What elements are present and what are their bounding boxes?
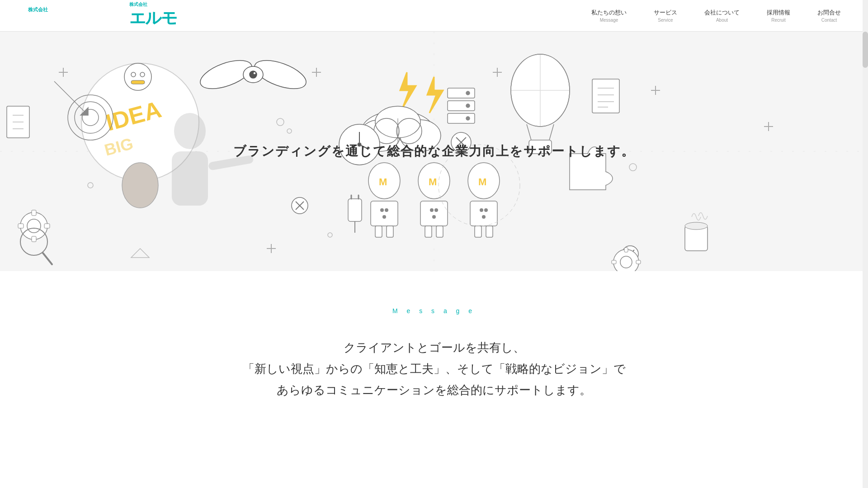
svg-rect-76 <box>18 224 24 228</box>
svg-rect-75 <box>44 224 50 228</box>
svg-point-78 <box>620 256 632 268</box>
nav-service[interactable]: サービス Service <box>654 9 677 23</box>
svg-point-9 <box>124 63 151 90</box>
svg-text:M: M <box>429 176 437 188</box>
svg-rect-50 <box>420 201 448 226</box>
nav-service-jp: サービス <box>654 9 677 17</box>
nav-recruit[interactable]: 採用情報 Recruit <box>767 9 790 23</box>
logo[interactable]: 株式会社 株式会社 エルモ <box>27 1 202 30</box>
nav-recruit-en: Recruit <box>771 18 786 23</box>
svg-rect-81 <box>636 260 641 264</box>
nav-service-en: Service <box>658 18 673 23</box>
hero-background: IDEA BIG <box>0 32 868 271</box>
svg-rect-42 <box>371 201 398 226</box>
nav-about-jp: 会社について <box>704 9 740 17</box>
svg-point-11 <box>140 72 145 77</box>
svg-point-53 <box>430 208 434 212</box>
svg-point-55 <box>432 215 436 219</box>
svg-point-106 <box>466 91 470 95</box>
svg-rect-82 <box>612 260 616 264</box>
svg-rect-60 <box>486 226 493 237</box>
svg-point-8 <box>122 163 158 208</box>
svg-point-17 <box>253 72 256 75</box>
message-section: M e s s a g e クライアントとゴールを共有し、 「新しい視点」からの… <box>0 271 868 427</box>
nav-recruit-jp: 採用情報 <box>767 9 790 17</box>
nav-contact-en: Contact <box>821 18 837 23</box>
svg-rect-12 <box>131 80 145 84</box>
svg-rect-52 <box>436 226 443 237</box>
logo-svg: 株式会社 <box>27 5 127 27</box>
svg-point-54 <box>434 208 438 212</box>
hero-section: IDEA BIG <box>0 32 868 271</box>
svg-point-122 <box>174 113 206 149</box>
nav-contact[interactable]: お問合せ Contact <box>817 9 841 23</box>
svg-rect-59 <box>475 226 481 237</box>
site-header: 株式会社 株式会社 エルモ 私たちの想い Message サービス Servi <box>0 0 868 32</box>
svg-rect-104 <box>448 101 475 111</box>
svg-rect-123 <box>172 151 208 206</box>
svg-rect-43 <box>375 226 382 237</box>
svg-text:エルモ: エルモ <box>129 9 177 26</box>
message-body: クライアントとゴールを共有し、 「新しい視点」からの「知恵と工夫」、そして「戦略… <box>0 337 868 400</box>
svg-rect-44 <box>387 226 393 237</box>
nav-about[interactable]: 会社について About <box>704 9 740 23</box>
nav-message[interactable]: 私たちの想い Message <box>591 9 627 23</box>
svg-point-72 <box>27 219 41 233</box>
logo-kaisha: 株式会社 <box>129 1 202 8</box>
svg-rect-73 <box>32 210 36 216</box>
message-line1: クライアントとゴールを共有し、 <box>0 337 868 358</box>
svg-rect-79 <box>624 248 628 252</box>
svg-rect-51 <box>425 226 432 237</box>
svg-point-132 <box>685 222 708 230</box>
scrollbar[interactable] <box>863 0 868 488</box>
section-label: M e s s a g e <box>0 307 868 314</box>
svg-point-62 <box>484 208 488 212</box>
svg-rect-105 <box>448 113 475 123</box>
svg-rect-103 <box>448 88 475 98</box>
svg-point-107 <box>466 104 470 108</box>
nav-message-jp: 私たちの想い <box>591 9 627 17</box>
svg-text:M: M <box>379 176 387 188</box>
svg-point-10 <box>131 72 136 77</box>
logo-name: エルモ <box>129 8 202 30</box>
svg-rect-83 <box>592 79 619 113</box>
svg-text:M: M <box>478 176 486 188</box>
svg-point-47 <box>382 215 386 219</box>
nav-contact-jp: お問合せ <box>817 9 841 17</box>
svg-rect-74 <box>32 236 36 242</box>
nav-message-en: Message <box>600 18 618 23</box>
main-nav: 私たちの想い Message サービス Service 会社について About… <box>591 9 841 23</box>
svg-point-46 <box>385 208 388 212</box>
svg-text:株式会社: 株式会社 <box>28 7 48 12</box>
svg-rect-95 <box>348 199 362 221</box>
svg-point-61 <box>480 208 483 212</box>
message-line2: 「新しい視点」からの「知恵と工夫」、そして「戦略的なビジョン」で <box>0 358 868 380</box>
hero-tagline: ブランディングを通じて総合的な企業力向上をサポートします。 <box>233 143 635 160</box>
svg-point-63 <box>482 215 486 219</box>
nav-about-en: About <box>716 18 728 23</box>
svg-rect-58 <box>470 201 497 226</box>
scrollbar-thumb[interactable] <box>863 32 868 68</box>
svg-point-108 <box>466 117 470 120</box>
message-line3: あらゆるコミュニケーションを総合的にサポートします。 <box>0 380 868 401</box>
svg-point-45 <box>380 208 384 212</box>
